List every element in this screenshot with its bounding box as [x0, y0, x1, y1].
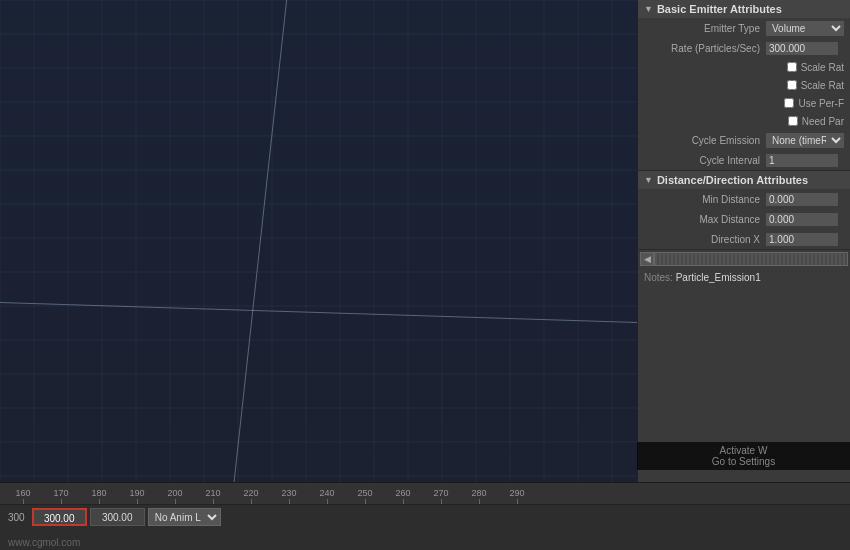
cycle-interval-row: Cycle Interval	[638, 150, 850, 170]
ruler-label: 270	[433, 489, 448, 498]
need-par-checkbox[interactable]	[788, 116, 798, 126]
ruler-label: 170	[53, 489, 68, 498]
rate-value	[766, 42, 846, 55]
ruler-mark: 210	[194, 489, 232, 504]
emitter-type-label: Emitter Type	[642, 23, 766, 34]
ruler-label: 230	[281, 489, 296, 498]
ruler-tick	[213, 499, 214, 504]
ruler-tick	[365, 499, 366, 504]
frame-end[interactable]: 300.00	[90, 508, 145, 526]
ruler-label: 280	[471, 489, 486, 498]
ruler-label: 240	[319, 489, 334, 498]
max-distance-value	[766, 213, 846, 226]
timeline-controls: 300 300.00 300.00 No Anim L	[0, 505, 850, 529]
scale-rate1-row: Scale Rat	[638, 58, 850, 76]
ruler-tick	[99, 499, 100, 504]
basic-emitter-header[interactable]: ▼ Basic Emitter Attributes	[638, 0, 850, 18]
cycle-emission-select[interactable]: None (timeR	[766, 133, 844, 148]
ruler-tick	[403, 499, 404, 504]
rate-row: Rate (Particles/Sec)	[638, 38, 850, 58]
ruler-mark: 220	[232, 489, 270, 504]
min-distance-value	[766, 193, 846, 206]
ruler-mark: 250	[346, 489, 384, 504]
overlay-line2: Go to Settings	[643, 456, 844, 467]
rate-label: Rate (Particles/Sec)	[642, 43, 766, 54]
scale-rate1-checkbox[interactable]	[787, 62, 797, 72]
collapse-arrow-basic[interactable]: ▼	[644, 4, 653, 14]
scale-rate2-label: Scale Rat	[801, 80, 844, 91]
max-distance-row: Max Distance	[638, 209, 850, 229]
max-distance-input[interactable]	[766, 213, 838, 226]
ruler-tick	[137, 499, 138, 504]
ruler-tick	[479, 499, 480, 504]
ruler-mark: 190	[118, 489, 156, 504]
frame-start-label: 300	[4, 512, 29, 523]
min-distance-label: Min Distance	[642, 194, 766, 205]
ruler-mark: 260	[384, 489, 422, 504]
emitter-type-row: Emitter Type Volume	[638, 18, 850, 38]
ruler-label: 210	[205, 489, 220, 498]
ruler-tick	[327, 499, 328, 504]
ruler-mark: 290	[498, 489, 536, 504]
ruler-mark: 240	[308, 489, 346, 504]
frame-current[interactable]: 300.00	[32, 508, 87, 526]
ruler-label: 260	[395, 489, 410, 498]
scale-rate1-label: Scale Rat	[801, 62, 844, 73]
direction-x-input[interactable]	[766, 233, 838, 246]
ruler-label: 160	[15, 489, 30, 498]
grid-canvas	[0, 0, 637, 550]
anim-select[interactable]: No Anim L	[148, 508, 221, 526]
ruler-tick	[61, 499, 62, 504]
main-container: ▼ Basic Emitter Attributes Emitter Type …	[0, 0, 850, 550]
ruler-mark: 160	[4, 489, 42, 504]
rate-input[interactable]	[766, 42, 838, 55]
watermark: www.cgmol.com	[8, 537, 80, 548]
direction-x-value	[766, 233, 846, 246]
distance-direction-header[interactable]: ▼ Distance/Direction Attributes	[638, 171, 850, 189]
ruler-label: 190	[129, 489, 144, 498]
scale-rate2-checkbox[interactable]	[787, 80, 797, 90]
ruler-mark: 230	[270, 489, 308, 504]
basic-emitter-title: Basic Emitter Attributes	[657, 3, 782, 15]
ruler-tick	[175, 499, 176, 504]
ruler-tick	[289, 499, 290, 504]
bottom-area: 1601701801902002102202302402502602702802…	[0, 482, 850, 550]
ruler-label: 290	[509, 489, 524, 498]
cycle-emission-value: None (timeR	[766, 133, 846, 148]
scroll-left[interactable]: ◀	[640, 252, 654, 266]
use-per-label: Use Per-F	[798, 98, 844, 109]
ruler-tick	[441, 499, 442, 504]
distance-direction-title: Distance/Direction Attributes	[657, 174, 808, 186]
need-par-row: Need Par	[638, 112, 850, 130]
cycle-interval-label: Cycle Interval	[642, 155, 766, 166]
ruler-tick	[251, 499, 252, 504]
collapse-arrow-distance[interactable]: ▼	[644, 175, 653, 185]
right-panel: ▼ Basic Emitter Attributes Emitter Type …	[637, 0, 850, 550]
direction-x-label: Direction X	[642, 234, 766, 245]
cycle-interval-input[interactable]	[766, 154, 838, 167]
ruler-mark: 270	[422, 489, 460, 504]
cycle-interval-value	[766, 154, 846, 167]
ruler-label: 180	[91, 489, 106, 498]
use-per-checkbox[interactable]	[784, 98, 794, 108]
min-distance-row: Min Distance	[638, 189, 850, 209]
ruler-label: 250	[357, 489, 372, 498]
basic-emitter-section: ▼ Basic Emitter Attributes Emitter Type …	[638, 0, 850, 171]
use-per-row: Use Per-F	[638, 94, 850, 112]
scale-rate2-row: Scale Rat	[638, 76, 850, 94]
ruler-mark: 170	[42, 489, 80, 504]
need-par-label: Need Par	[802, 116, 844, 127]
ruler-label: 220	[243, 489, 258, 498]
emitter-type-select[interactable]: Volume	[766, 21, 844, 36]
ruler-mark: 280	[460, 489, 498, 504]
ruler-mark: 200	[156, 489, 194, 504]
scroll-track[interactable]	[654, 252, 848, 266]
overlay-text: Activate W Go to Settings	[637, 442, 850, 470]
notes-value: Particle_Emission1	[676, 272, 761, 283]
scroll-area: ◀	[638, 250, 850, 268]
cycle-emission-row: Cycle Emission None (timeR	[638, 130, 850, 150]
notes-label: Notes:	[644, 272, 673, 283]
min-distance-input[interactable]	[766, 193, 838, 206]
emitter-type-value: Volume	[766, 21, 846, 36]
timeline-ruler: 1601701801902002102202302402502602702802…	[0, 483, 850, 505]
